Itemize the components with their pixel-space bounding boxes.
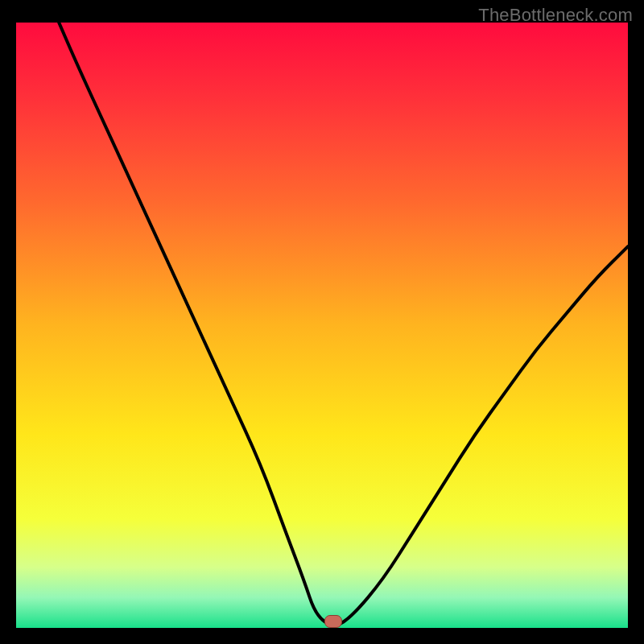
chart-frame: TheBottleneck.com: [0, 0, 644, 644]
optimum-marker: [324, 615, 342, 628]
plot-area: [16, 23, 628, 628]
watermark-text: TheBottleneck.com: [478, 5, 633, 26]
gradient-background: [16, 23, 628, 628]
chart-svg: [16, 23, 628, 628]
